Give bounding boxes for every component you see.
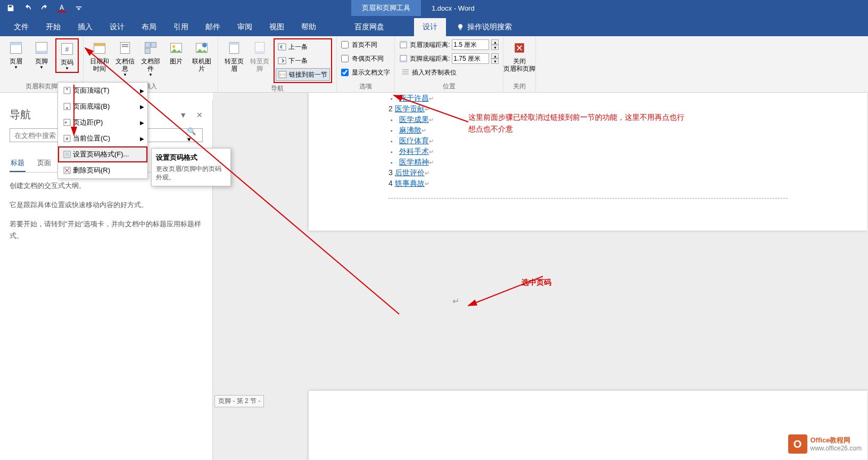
svg-text:#: # bbox=[65, 46, 69, 53]
nav-tab-pages[interactable]: 页面 bbox=[36, 155, 52, 172]
context-tab-label: 页眉和页脚工具 bbox=[351, 0, 421, 16]
tab-layout[interactable]: 布局 bbox=[133, 18, 165, 36]
nav-pane-title: 导航 bbox=[10, 108, 31, 122]
annotation-2: 选中页码 bbox=[522, 276, 551, 288]
arrow-long bbox=[80, 43, 410, 325]
spinner-down[interactable]: ▼ bbox=[491, 59, 499, 64]
watermark-url: www.office26.com bbox=[811, 445, 862, 452]
svg-line-45 bbox=[85, 48, 399, 314]
footer-section-tag: 页脚 - 第 2 节 - bbox=[214, 395, 264, 407]
footer-button[interactable]: 页脚▼ bbox=[30, 38, 53, 71]
spinner-up[interactable]: ▲ bbox=[491, 39, 499, 45]
qat-dropdown-icon[interactable] bbox=[72, 2, 85, 14]
header-top-label: 页眉顶端距离: bbox=[410, 40, 450, 50]
tab-help[interactable]: 帮助 bbox=[293, 18, 325, 36]
tab-home[interactable]: 开始 bbox=[37, 18, 69, 36]
tab-design-main[interactable]: 设计 bbox=[101, 18, 133, 36]
header-top-input[interactable] bbox=[452, 39, 489, 50]
watermark-logo-icon: O bbox=[788, 434, 807, 454]
svg-rect-40 bbox=[65, 152, 69, 157]
font-color-button[interactable] bbox=[55, 2, 68, 14]
redo-button[interactable] bbox=[38, 2, 51, 14]
tab-references[interactable]: 引用 bbox=[165, 18, 197, 36]
save-button[interactable] bbox=[4, 2, 17, 14]
title-bar: 页眉和页脚工具 1.docx - Word bbox=[0, 0, 868, 16]
tab-view[interactable]: 视图 bbox=[261, 18, 293, 36]
undo-button[interactable] bbox=[21, 2, 34, 14]
arrow-down-1 bbox=[69, 82, 79, 141]
footer-bottom-label: 页脚底端距离: bbox=[410, 54, 450, 63]
spinner-up[interactable]: ▲ bbox=[491, 53, 499, 59]
tell-me-search[interactable]: 操作说明搜索 bbox=[446, 18, 523, 36]
toc-line: ▪外科手术↵ bbox=[388, 147, 788, 157]
document-page-2[interactable] bbox=[309, 391, 867, 460]
tab-mail[interactable]: 邮件 bbox=[197, 18, 229, 36]
toc-line: ▪医学精神↵ bbox=[388, 158, 788, 167]
svg-rect-2 bbox=[11, 43, 22, 45]
tab-insert[interactable]: 插入 bbox=[69, 18, 101, 36]
tab-hf-design[interactable]: 设计 bbox=[414, 18, 446, 36]
close-hf-button[interactable]: 关闭 页眉和页脚 bbox=[508, 38, 531, 73]
footer-bottom-input[interactable] bbox=[452, 53, 489, 64]
group-label-close: 关闭 bbox=[508, 82, 531, 91]
toc-line: 3 后世评价↵ bbox=[388, 168, 788, 178]
annotation-1: 这里前面步骤已经取消过链接到前一节的功能，这里不用再点也行 想点也不介意 bbox=[468, 111, 684, 135]
tab-baidu[interactable]: 百度网盘 bbox=[346, 18, 393, 36]
svg-rect-4 bbox=[36, 51, 47, 53]
insert-alignment-tab-button[interactable]: 插入对齐制表位 bbox=[399, 66, 499, 79]
group-label-position: 位置 bbox=[399, 82, 499, 91]
page-number-button[interactable]: #页码▼ bbox=[55, 38, 79, 73]
watermark: O Office教程网 www.office26.com bbox=[788, 434, 862, 454]
ribbon-tabs: 文件 开始 插入 设计 布局 引用 邮件 审阅 视图 帮助 百度网盘 设计 操作… bbox=[0, 16, 868, 36]
toc-line: ▪医疗体育↵ bbox=[388, 136, 788, 146]
quick-access-toolbar bbox=[0, 2, 85, 14]
enter-icon: ↵ bbox=[452, 296, 459, 306]
document-title: 1.docx - Word bbox=[421, 0, 485, 16]
toc-line: 4 轶事典故↵ bbox=[388, 179, 788, 188]
tell-me-label: 操作说明搜索 bbox=[467, 22, 512, 32]
nav-tab-headings[interactable]: 标题 bbox=[10, 155, 26, 172]
tab-file[interactable]: 文件 bbox=[5, 18, 37, 36]
svg-rect-0 bbox=[57, 11, 66, 12]
watermark-brand: Office教程网 bbox=[811, 436, 862, 445]
spinner-down[interactable]: ▼ bbox=[491, 45, 499, 50]
header-button[interactable]: 页眉▼ bbox=[4, 38, 28, 71]
tab-review[interactable]: 审阅 bbox=[229, 18, 261, 36]
